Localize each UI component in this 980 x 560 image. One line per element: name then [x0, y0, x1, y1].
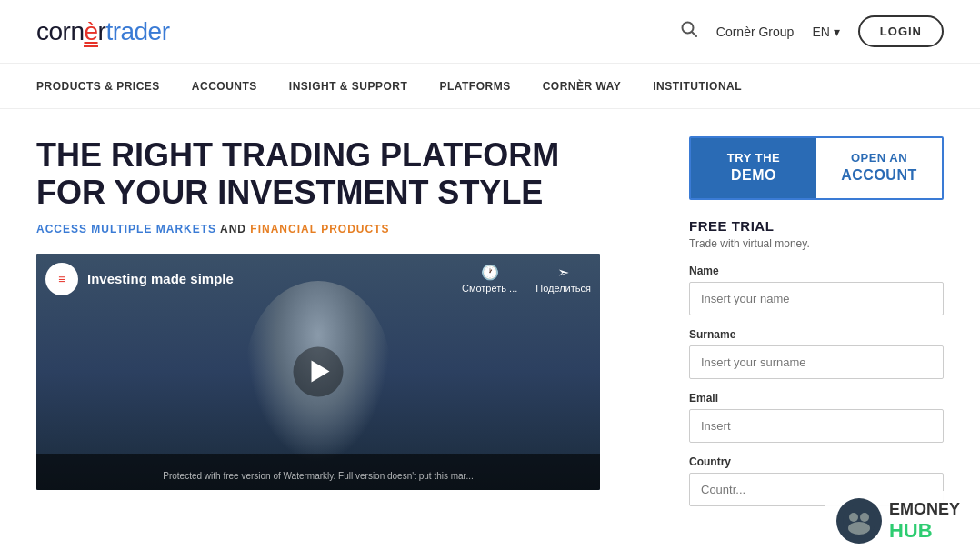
emoney-text: EMONEY HUB: [889, 500, 960, 543]
logo-corner: corn: [36, 17, 84, 45]
lang-label: EN: [812, 25, 829, 39]
svg-line-1: [692, 33, 696, 37]
tab-row: TRY THE DEMO OPEN AN ACCOUNT: [689, 136, 944, 200]
nav-item-platforms[interactable]: PLATFORMS: [439, 66, 510, 106]
video-player[interactable]: ≡ Investing made simple 🕐 Смотреть ... ➣…: [36, 254, 600, 490]
demo-form: FREE TRIAL Trade with virtual money. Nam…: [689, 218, 944, 519]
email-input[interactable]: [689, 409, 944, 443]
hero-subtitle-orange: FINANCIAL PRODUCTS: [250, 223, 389, 235]
chevron-down-icon: ▾: [834, 25, 840, 39]
svg-point-5: [848, 522, 870, 535]
emoney-watermark: EMONEY HUB: [825, 491, 971, 546]
tab-demo-bottom: DEMO: [700, 166, 807, 185]
tab-demo-top: TRY THE: [727, 151, 780, 165]
email-label: Email: [689, 392, 944, 405]
video-share-btn[interactable]: ➣ Поделиться: [535, 264, 591, 294]
login-button[interactable]: LOGIN: [858, 15, 944, 47]
logo[interactable]: cornèrtrader: [36, 17, 170, 46]
logo-trader: trader: [105, 17, 169, 45]
logo-accent: è: [84, 17, 97, 47]
hero-subtitle-blue: ACCESS MULTIPLE MARKETS: [36, 223, 216, 235]
video-title-text: Investing made simple: [87, 271, 234, 286]
hero-title: THE RIGHT TRADING PLATFORM FOR YOUR INVE…: [36, 136, 662, 212]
svg-point-3: [849, 513, 858, 522]
header: cornèrtrader Cornèr Group EN ▾ LOGIN: [0, 0, 980, 64]
tab-account-top: OPEN AN: [851, 151, 907, 165]
hero-title-line2: FOR YOUR INVESTMENT STYLE: [36, 174, 543, 211]
video-overlay-top: ≡ Investing made simple 🕐 Смотреть ... ➣…: [45, 263, 591, 295]
tab-open-account[interactable]: OPEN AN ACCOUNT: [816, 138, 942, 198]
name-label: Name: [689, 265, 944, 277]
video-watch-label: Смотреть ...: [462, 283, 517, 294]
language-selector[interactable]: EN ▾: [812, 25, 839, 39]
free-trial-subtitle: Trade with virtual money.: [689, 237, 944, 250]
name-input[interactable]: [689, 282, 944, 315]
hero-subtitle-and: AND: [216, 223, 250, 235]
logo-text: cornèrtrader: [36, 17, 170, 46]
main-content: THE RIGHT TRADING PLATFORM FOR YOUR INVE…: [0, 109, 980, 546]
tab-try-demo[interactable]: TRY THE DEMO: [691, 138, 816, 198]
video-watermark-bar: Protected with free version of Watermark…: [36, 454, 600, 490]
hero-subtitle: ACCESS MULTIPLE MARKETS AND FINANCIAL PR…: [36, 223, 662, 235]
video-controls-right: 🕐 Смотреть ... ➣ Поделиться: [462, 264, 591, 294]
emoney-icon: [836, 498, 882, 544]
nav-item-corner-way[interactable]: CORNÈR WAY: [543, 66, 622, 106]
nav-item-products-prices[interactable]: PRODUCTS & PRICES: [36, 66, 160, 106]
video-watch-btn[interactable]: 🕐 Смотреть ...: [462, 264, 517, 294]
video-play-button[interactable]: [294, 346, 344, 396]
nav-item-accounts[interactable]: ACCOUNTS: [192, 66, 257, 106]
nav-item-institutional[interactable]: INSTITUTIONAL: [653, 66, 742, 106]
country-label: Country: [689, 455, 944, 468]
video-logo-circle: ≡: [45, 263, 78, 295]
surname-input[interactable]: [689, 345, 944, 379]
play-triangle-icon: [311, 361, 329, 383]
nav-item-insight-support[interactable]: INSIGHT & SUPPORT: [289, 66, 408, 106]
corner-group-link[interactable]: Cornèr Group: [716, 25, 795, 39]
header-right: Cornèr Group EN ▾ LOGIN: [680, 15, 944, 47]
search-icon[interactable]: [680, 20, 698, 43]
content-left: THE RIGHT TRADING PLATFORM FOR YOUR INVE…: [36, 136, 662, 519]
right-panel: TRY THE DEMO OPEN AN ACCOUNT FREE TRIAL …: [689, 136, 944, 519]
surname-label: Surname: [689, 328, 944, 341]
svg-point-4: [860, 513, 869, 522]
svg-point-0: [682, 23, 693, 34]
tab-account-bottom: ACCOUNT: [825, 166, 933, 185]
free-trial-title: FREE TRIAL: [689, 218, 944, 234]
hero-title-line1: THE RIGHT TRADING PLATFORM: [36, 136, 559, 174]
video-watermark-text: Protected with free version of Watermark…: [36, 471, 600, 481]
main-nav: PRODUCTS & PRICES ACCOUNTS INSIGHT & SUP…: [0, 64, 980, 109]
video-share-label: Поделиться: [535, 283, 591, 294]
